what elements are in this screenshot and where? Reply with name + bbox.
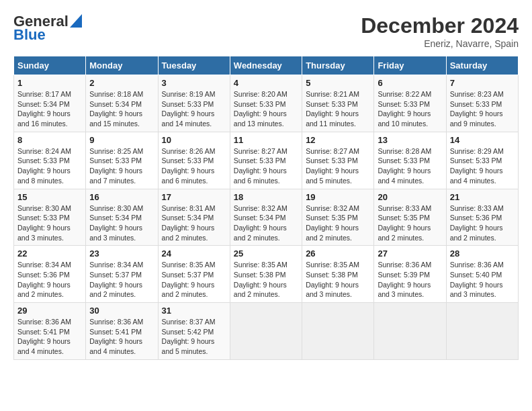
table-row: 10Sunrise: 8:26 AMSunset: 5:33 PMDayligh… [158, 132, 230, 189]
day-number: 28 [450, 248, 515, 259]
table-row: 26Sunrise: 8:35 AMSunset: 5:38 PMDayligh… [302, 246, 374, 303]
table-row: 21Sunrise: 8:33 AMSunset: 5:36 PMDayligh… [446, 189, 518, 246]
day-number: 6 [378, 78, 442, 88]
col-tuesday: Tuesday [158, 56, 230, 75]
col-wednesday: Wednesday [230, 56, 302, 75]
day-number: 12 [306, 135, 370, 145]
day-number: 10 [162, 135, 226, 145]
table-row: 19Sunrise: 8:32 AMSunset: 5:35 PMDayligh… [302, 189, 374, 246]
col-sunday: Sunday [14, 56, 86, 75]
table-row: 31Sunrise: 8:37 AMSunset: 5:42 PMDayligh… [158, 303, 230, 360]
table-row: 9Sunrise: 8:25 AMSunset: 5:33 PMDaylight… [86, 132, 158, 189]
table-row: 7Sunrise: 8:23 AMSunset: 5:33 PMDaylight… [446, 75, 518, 132]
day-number: 17 [162, 192, 226, 202]
table-row: 3Sunrise: 8:19 AMSunset: 5:33 PMDaylight… [158, 75, 230, 132]
day-info: Sunrise: 8:27 AMSunset: 5:33 PMDaylight:… [234, 146, 298, 186]
table-row: 11Sunrise: 8:27 AMSunset: 5:33 PMDayligh… [230, 132, 302, 189]
table-row: 13Sunrise: 8:28 AMSunset: 5:33 PMDayligh… [374, 132, 446, 189]
day-number: 3 [162, 78, 226, 88]
day-number: 9 [89, 135, 154, 145]
day-info: Sunrise: 8:27 AMSunset: 5:33 PMDaylight:… [306, 146, 370, 186]
day-number: 25 [234, 248, 298, 259]
table-row: 28Sunrise: 8:36 AMSunset: 5:40 PMDayligh… [446, 246, 518, 303]
col-monday: Monday [86, 56, 158, 75]
day-info: Sunrise: 8:21 AMSunset: 5:33 PMDaylight:… [306, 89, 370, 129]
table-row: 6Sunrise: 8:22 AMSunset: 5:33 PMDaylight… [374, 75, 446, 132]
logo-icon [70, 14, 82, 28]
day-info: Sunrise: 8:36 AMSunset: 5:39 PMDaylight:… [378, 260, 442, 300]
day-info: Sunrise: 8:26 AMSunset: 5:33 PMDaylight:… [162, 146, 226, 186]
location-subtitle: Eneriz, Navarre, Spain [361, 38, 519, 49]
table-row: 23Sunrise: 8:34 AMSunset: 5:37 PMDayligh… [86, 246, 158, 303]
day-info: Sunrise: 8:29 AMSunset: 5:33 PMDaylight:… [450, 146, 515, 186]
day-info: Sunrise: 8:35 AMSunset: 5:38 PMDaylight:… [306, 260, 370, 300]
table-row [302, 303, 374, 360]
svg-marker-0 [70, 14, 82, 28]
col-thursday: Thursday [302, 56, 374, 75]
table-row: 27Sunrise: 8:36 AMSunset: 5:39 PMDayligh… [374, 246, 446, 303]
table-row: 4Sunrise: 8:20 AMSunset: 5:33 PMDaylight… [230, 75, 302, 132]
day-number: 26 [306, 248, 370, 259]
day-info: Sunrise: 8:33 AMSunset: 5:36 PMDaylight:… [450, 203, 515, 243]
table-row: 8Sunrise: 8:24 AMSunset: 5:33 PMDaylight… [14, 132, 86, 189]
calendar-table: Sunday Monday Tuesday Wednesday Thursday… [13, 56, 519, 360]
day-number: 29 [17, 306, 82, 316]
day-number: 20 [378, 192, 442, 202]
day-info: Sunrise: 8:35 AMSunset: 5:37 PMDaylight:… [162, 260, 226, 300]
day-info: Sunrise: 8:34 AMSunset: 5:37 PMDaylight:… [89, 260, 154, 300]
day-number: 2 [89, 78, 154, 88]
day-info: Sunrise: 8:28 AMSunset: 5:33 PMDaylight:… [378, 146, 442, 186]
day-info: Sunrise: 8:31 AMSunset: 5:34 PMDaylight:… [162, 203, 226, 243]
day-number: 21 [450, 192, 515, 202]
col-saturday: Saturday [446, 56, 518, 75]
table-row: 1Sunrise: 8:17 AMSunset: 5:34 PMDaylight… [14, 75, 86, 132]
day-number: 7 [450, 78, 515, 88]
table-row: 14Sunrise: 8:29 AMSunset: 5:33 PMDayligh… [446, 132, 518, 189]
col-friday: Friday [374, 56, 446, 75]
page-header: General Blue December 2024 Eneriz, Navar… [13, 13, 519, 49]
table-row: 2Sunrise: 8:18 AMSunset: 5:34 PMDaylight… [86, 75, 158, 132]
day-number: 11 [234, 135, 298, 145]
table-row: 5Sunrise: 8:21 AMSunset: 5:33 PMDaylight… [302, 75, 374, 132]
table-row: 17Sunrise: 8:31 AMSunset: 5:34 PMDayligh… [158, 189, 230, 246]
day-info: Sunrise: 8:22 AMSunset: 5:33 PMDaylight:… [378, 89, 442, 129]
day-number: 5 [306, 78, 370, 88]
day-info: Sunrise: 8:33 AMSunset: 5:35 PMDaylight:… [378, 203, 442, 243]
table-row [374, 303, 446, 360]
day-info: Sunrise: 8:37 AMSunset: 5:42 PMDaylight:… [162, 317, 226, 357]
logo-blue: Blue [13, 27, 82, 43]
day-number: 8 [17, 135, 82, 145]
table-row: 16Sunrise: 8:30 AMSunset: 5:34 PMDayligh… [86, 189, 158, 246]
day-number: 23 [89, 248, 154, 259]
day-info: Sunrise: 8:32 AMSunset: 5:34 PMDaylight:… [234, 203, 298, 243]
table-row: 12Sunrise: 8:27 AMSunset: 5:33 PMDayligh… [302, 132, 374, 189]
day-number: 15 [17, 192, 82, 202]
month-title: December 2024 [361, 13, 519, 38]
day-info: Sunrise: 8:36 AMSunset: 5:41 PMDaylight:… [89, 317, 154, 357]
day-info: Sunrise: 8:35 AMSunset: 5:38 PMDaylight:… [234, 260, 298, 300]
day-info: Sunrise: 8:25 AMSunset: 5:33 PMDaylight:… [89, 146, 154, 186]
table-row: 29Sunrise: 8:36 AMSunset: 5:41 PMDayligh… [14, 303, 86, 360]
day-number: 31 [162, 306, 226, 316]
day-info: Sunrise: 8:34 AMSunset: 5:36 PMDaylight:… [17, 260, 82, 300]
day-number: 16 [89, 192, 154, 202]
day-info: Sunrise: 8:32 AMSunset: 5:35 PMDaylight:… [306, 203, 370, 243]
day-info: Sunrise: 8:17 AMSunset: 5:34 PMDaylight:… [17, 89, 82, 129]
day-info: Sunrise: 8:36 AMSunset: 5:40 PMDaylight:… [450, 260, 515, 300]
day-number: 22 [17, 248, 82, 259]
day-info: Sunrise: 8:20 AMSunset: 5:33 PMDaylight:… [234, 89, 298, 129]
header-row: Sunday Monday Tuesday Wednesday Thursday… [14, 56, 519, 75]
day-number: 18 [234, 192, 298, 202]
day-info: Sunrise: 8:30 AMSunset: 5:33 PMDaylight:… [17, 203, 82, 243]
day-number: 27 [378, 248, 442, 259]
table-row: 15Sunrise: 8:30 AMSunset: 5:33 PMDayligh… [14, 189, 86, 246]
table-row: 30Sunrise: 8:36 AMSunset: 5:41 PMDayligh… [86, 303, 158, 360]
logo: General Blue [13, 13, 82, 43]
day-info: Sunrise: 8:36 AMSunset: 5:41 PMDaylight:… [17, 317, 82, 357]
day-number: 30 [89, 306, 154, 316]
table-row: 20Sunrise: 8:33 AMSunset: 5:35 PMDayligh… [374, 189, 446, 246]
day-info: Sunrise: 8:24 AMSunset: 5:33 PMDaylight:… [17, 146, 82, 186]
table-row: 25Sunrise: 8:35 AMSunset: 5:38 PMDayligh… [230, 246, 302, 303]
table-row [446, 303, 518, 360]
table-row [230, 303, 302, 360]
